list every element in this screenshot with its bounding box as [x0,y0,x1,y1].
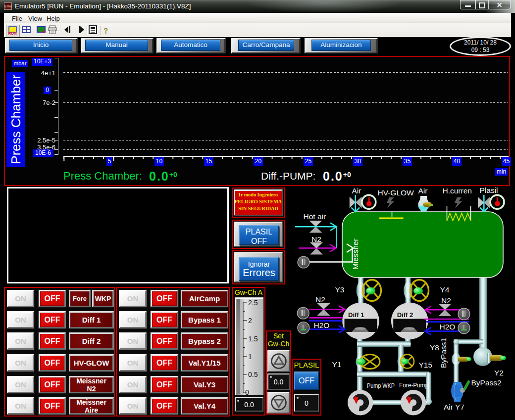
svg-text:Hot air: Hot air [304,212,326,221]
svg-text:ByPass1: ByPass1 [439,338,448,368]
svg-text:Plasil: Plasil [480,186,498,194]
svg-text:Y3: Y3 [335,285,345,294]
svg-text:Pump WKP: Pump WKP [367,382,395,389]
svg-text:2: 2 [248,317,252,325]
svg-text:Y4: Y4 [440,285,450,294]
svg-text:?: ? [104,27,108,35]
svg-text:RUN: RUN [8,31,17,36]
svg-text:Y15: Y15 [419,361,433,369]
svg-text:ByPass2: ByPass2 [471,378,502,387]
svg-text:1.5: 1.5 [248,335,258,343]
svg-text:Y2: Y2 [494,369,504,377]
svg-text:N2: N2 [441,296,451,305]
svg-text:Air: Air [352,187,361,195]
svg-text:HV-GLOW: HV-GLOW [378,188,414,197]
svg-text:Diff 2: Diff 2 [397,311,413,319]
svg-text:2.5: 2.5 [248,299,258,307]
svg-text:Y8: Y8 [430,343,439,352]
svg-text:N2: N2 [311,235,321,243]
svg-text:0.5: 0.5 [248,371,258,378]
svg-text:Fore-Pump: Fore-Pump [399,382,428,389]
svg-text:0: 0 [245,388,249,396]
svg-text:H2O: H2O [314,321,330,329]
svg-text:H.curren: H.curren [443,187,472,195]
svg-text:Air Y7: Air Y7 [444,403,464,411]
svg-text:Air: Air [418,187,428,195]
svg-text:N2: N2 [315,295,325,304]
svg-text:1: 1 [248,353,252,361]
svg-text:Diff 1: Diff 1 [348,311,364,319]
svg-text:Y1: Y1 [332,360,342,369]
svg-text:H2O: H2O [440,323,456,331]
